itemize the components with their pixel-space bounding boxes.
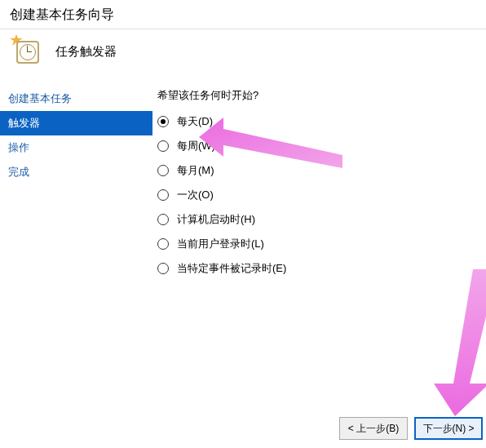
sidebar-item-label: 触发器 [8,117,40,129]
option-weekly[interactable]: 每周(W) [157,139,286,153]
option-label: 每天(D) [177,114,213,129]
radio-icon [157,165,169,176]
back-button[interactable]: < 上一步(B) [339,417,408,440]
radio-icon [157,214,169,225]
section-title: 任务触发器 [55,44,117,60]
sidebar-item-trigger[interactable]: 触发器 [0,111,152,135]
wizard-subheader: 任务触发器 [0,29,486,82]
sidebar-item-action[interactable]: 操作 [0,135,152,160]
sidebar-item-label: 完成 [8,166,29,178]
radio-icon [157,116,169,127]
next-button[interactable]: 下一步(N) > [414,417,483,440]
annotation-arrow-icon [424,269,486,416]
option-label: 当前用户登录时(L) [177,237,264,251]
sidebar-item-label: 操作 [8,141,29,153]
svg-marker-2 [434,269,486,416]
option-daily[interactable]: 每天(D) [157,114,286,129]
option-label: 每月(M) [177,163,214,178]
radio-icon [157,140,169,152]
option-label: 当特定事件被记录时(E) [177,261,286,276]
sidebar-item-finish[interactable]: 完成 [0,160,152,184]
wizard-footer: < 上一步(B) 下一步(N) > [339,417,486,440]
option-once[interactable]: 一次(O) [157,188,286,202]
radio-icon [157,189,169,201]
option-on-event[interactable]: 当特定事件被记录时(E) [157,261,286,276]
window-title: 创建基本任务向导 [10,7,114,21]
option-monthly[interactable]: 每月(M) [157,163,286,178]
wizard-header: 创建基本任务向导 [0,0,486,29]
option-label: 一次(O) [177,188,214,202]
radio-icon [157,263,169,274]
option-at-logon[interactable]: 当前用户登录时(L) [157,237,286,251]
radio-icon [157,238,169,250]
option-label: 计算机启动时(H) [177,212,255,227]
trigger-question: 希望该任务何时开始? [157,88,286,103]
option-label: 每周(W) [177,139,215,153]
sidebar-item-label: 创建基本任务 [8,92,72,104]
scheduler-clock-icon [13,38,41,65]
sidebar-item-create-task[interactable]: 创建基本任务 [0,86,152,111]
option-at-startup[interactable]: 计算机启动时(H) [157,212,286,227]
wizard-sidebar: 创建基本任务 触发器 操作 完成 [0,82,152,286]
wizard-main: 希望该任务何时开始? 每天(D) 每周(W) 每月(M) 一次(O) 计算机启动… [152,82,286,286]
